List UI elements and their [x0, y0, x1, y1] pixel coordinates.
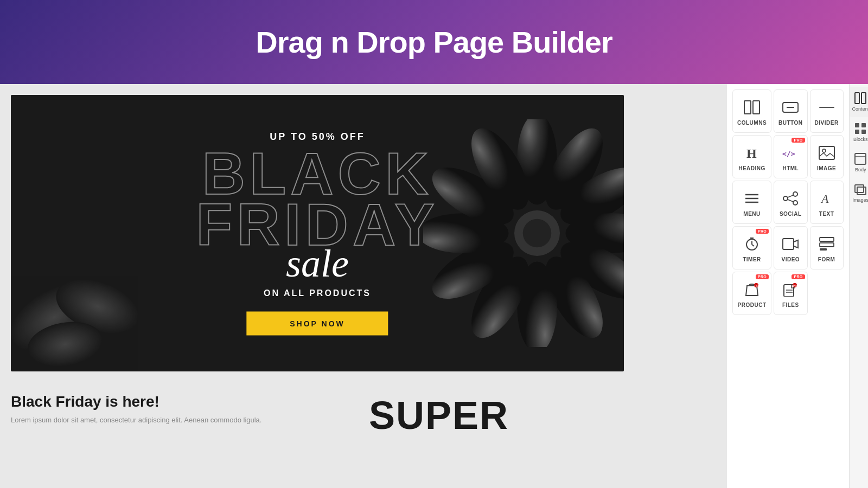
- blocks-icon: [854, 123, 866, 134]
- gift-bow-decoration: [423, 119, 624, 347]
- svg-rect-49: [855, 93, 859, 104]
- image-label: IMAGE: [817, 165, 836, 171]
- svg-line-31: [788, 195, 793, 197]
- svg-line-32: [788, 200, 793, 202]
- element-files[interactable]: PRO PRO FILES: [774, 272, 807, 315]
- product-pro-badge: PRO: [756, 274, 769, 279]
- svg-text:PRO: PRO: [793, 284, 798, 287]
- button-icon: [782, 99, 799, 115]
- body-tab-label: Body: [855, 167, 866, 172]
- html-label: HTML: [782, 165, 799, 171]
- svg-text:A: A: [820, 192, 829, 206]
- sidebar: COLUMNS BUTTON: [727, 84, 868, 488]
- element-timer[interactable]: PRO TIMER: [732, 226, 771, 269]
- below-left-content: Black Friday is here! Lorem ipsum dolor …: [11, 393, 358, 438]
- sidebar-tab-content[interactable]: Content: [850, 87, 868, 117]
- svg-rect-23: [819, 146, 834, 159]
- black-friday-heading: Black Friday is here!: [11, 393, 358, 410]
- body-icon: [854, 153, 866, 165]
- element-html[interactable]: PRO </> HTML: [774, 135, 807, 178]
- element-text[interactable]: A TEXT: [810, 181, 844, 224]
- sidebar-icon-strip: Content Blocks Body: [849, 84, 868, 488]
- form-icon: [819, 236, 835, 252]
- menu-icon: [744, 190, 760, 207]
- main-area: UP TO 50% OFF BLACK FRIDAY sale ON ALL P…: [0, 84, 868, 488]
- text-icon: A: [819, 190, 835, 207]
- page-title: Drag n Drop Page Builder: [256, 24, 612, 60]
- svg-rect-40: [820, 243, 834, 247]
- html-icon: </>: [782, 145, 799, 161]
- svg-rect-44: [784, 285, 794, 297]
- files-icon: PRO: [782, 281, 799, 298]
- shop-now-button[interactable]: SHOP NOW: [246, 312, 388, 336]
- video-icon: [782, 236, 799, 252]
- element-social[interactable]: SOCIAL: [774, 181, 807, 224]
- svg-rect-17: [744, 101, 751, 114]
- files-pro-badge: PRO: [792, 274, 805, 279]
- heading-label: HEADING: [738, 165, 765, 171]
- element-divider[interactable]: DIVIDER: [810, 89, 844, 133]
- element-heading[interactable]: H HEADING: [732, 135, 771, 178]
- svg-point-13: [523, 219, 552, 248]
- columns-icon: [744, 99, 760, 115]
- timer-icon: [744, 236, 760, 252]
- element-panels: COLUMNS BUTTON: [727, 84, 849, 488]
- images-icon: [854, 183, 866, 195]
- image-icon: [819, 145, 835, 161]
- timer-label: TIMER: [743, 256, 761, 262]
- element-columns[interactable]: COLUMNS: [732, 89, 771, 133]
- element-button[interactable]: BUTTON: [774, 89, 807, 133]
- social-icon: [782, 190, 799, 207]
- menu-label: MENU: [743, 211, 760, 217]
- form-label: FORM: [818, 256, 835, 262]
- below-banner-section: Black Friday is here! Lorem ipsum dolor …: [11, 382, 716, 448]
- below-right-content: SUPER: [369, 393, 716, 438]
- banner: UP TO 50% OFF BLACK FRIDAY sale ON ALL P…: [11, 95, 624, 371]
- header: Drag n Drop Page Builder: [0, 0, 868, 84]
- divider-label: DIVIDER: [815, 120, 839, 126]
- svg-point-30: [793, 201, 797, 205]
- content-tab-label: Content: [852, 106, 868, 112]
- sidebar-tab-images[interactable]: Images: [850, 178, 868, 208]
- sidebar-tab-body[interactable]: Body: [850, 147, 868, 178]
- svg-point-28: [783, 196, 788, 201]
- canvas: UP TO 50% OFF BLACK FRIDAY sale ON ALL P…: [0, 84, 727, 488]
- svg-rect-51: [855, 123, 859, 127]
- element-video[interactable]: VIDEO: [774, 226, 807, 269]
- video-label: VIDEO: [781, 256, 800, 262]
- element-form[interactable]: FORM: [810, 226, 844, 269]
- social-label: SOCIAL: [780, 211, 802, 217]
- svg-rect-54: [861, 130, 866, 134]
- svg-rect-41: [820, 248, 827, 251]
- banner-products-text: ON ALL PRODUCTS: [196, 288, 438, 298]
- divider-icon: [819, 99, 835, 115]
- svg-point-24: [822, 149, 826, 152]
- element-menu[interactable]: MENU: [732, 181, 771, 224]
- svg-text:H: H: [746, 146, 757, 160]
- svg-line-36: [752, 245, 754, 246]
- svg-text:PRO: PRO: [755, 284, 760, 287]
- blocks-tab-label: Blocks: [853, 137, 868, 142]
- element-grid: COLUMNS BUTTON: [732, 89, 844, 315]
- svg-rect-57: [855, 185, 864, 192]
- element-image[interactable]: IMAGE: [810, 135, 844, 178]
- sidebar-tab-blocks[interactable]: Blocks: [850, 117, 868, 147]
- heading-icon: H: [744, 145, 760, 161]
- svg-rect-53: [855, 130, 859, 134]
- banner-content: UP TO 50% OFF BLACK FRIDAY sale ON ALL P…: [196, 131, 438, 336]
- svg-rect-55: [855, 153, 866, 164]
- text-label: TEXT: [819, 211, 834, 217]
- product-icon: PRO: [744, 281, 760, 298]
- svg-rect-58: [857, 187, 866, 195]
- below-paragraph: Lorem ipsum dolor sit amet, consectetur …: [11, 415, 358, 426]
- content-icon: [854, 92, 866, 104]
- element-product[interactable]: PRO PRO PRODUCT: [732, 272, 771, 315]
- files-label: FILES: [782, 302, 799, 308]
- images-tab-label: Images: [853, 197, 868, 203]
- svg-rect-39: [820, 237, 834, 241]
- html-pro-badge: PRO: [792, 138, 805, 143]
- product-label: PRODUCT: [738, 302, 767, 308]
- super-text: SUPER: [369, 393, 509, 438]
- svg-point-29: [793, 192, 797, 196]
- svg-rect-18: [753, 101, 760, 114]
